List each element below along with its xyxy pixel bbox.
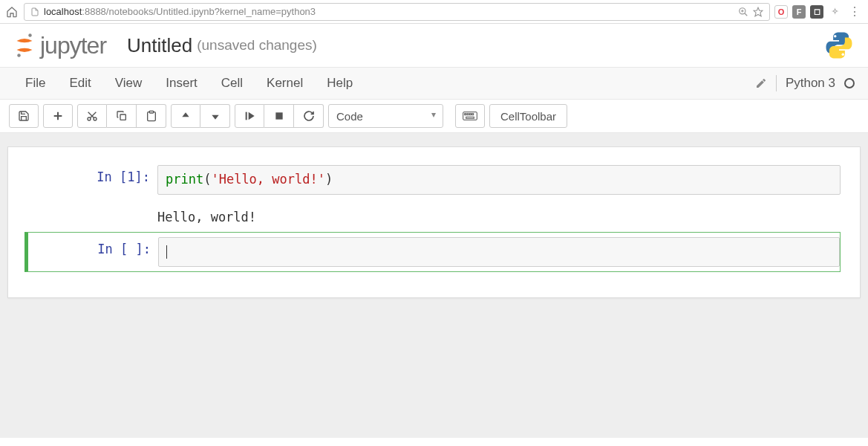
svg-line-1: [745, 13, 748, 16]
extension-f-icon[interactable]: F: [792, 5, 806, 19]
url-host: localhost: [44, 6, 82, 17]
svg-rect-15: [120, 114, 125, 120]
cell-prompt: In [1]:: [27, 165, 157, 195]
notebook-name[interactable]: Untitled: [127, 34, 192, 57]
command-palette-button[interactable]: [455, 104, 485, 128]
browser-address-bar: localhost:8888/notebooks/Untitled.ipynb?…: [0, 0, 868, 24]
svg-rect-21: [467, 114, 469, 115]
svg-point-5: [28, 33, 32, 37]
jupyter-logo[interactable]: jupyter: [13, 32, 106, 59]
svg-rect-20: [465, 114, 466, 115]
extension-square-icon[interactable]: ◻: [810, 5, 823, 19]
toolbar: Code CellToolbar: [0, 100, 868, 133]
svg-rect-23: [472, 114, 474, 115]
svg-point-7: [834, 35, 837, 38]
svg-rect-16: [149, 111, 153, 113]
menu-edit[interactable]: Edit: [57, 68, 102, 98]
page-icon: [30, 7, 39, 17]
zoom-icon[interactable]: [738, 7, 748, 17]
run-button[interactable]: [235, 104, 264, 128]
move-up-button[interactable]: [171, 104, 200, 128]
kernel-name[interactable]: Python 3: [786, 76, 835, 91]
svg-rect-22: [469, 114, 471, 115]
code-input[interactable]: print('Hello, world!'): [157, 165, 841, 195]
add-cell-button[interactable]: [43, 104, 73, 128]
code-input[interactable]: [158, 237, 840, 267]
url-path: :8888/notebooks/Untitled.ipynb?kernel_na…: [82, 6, 316, 17]
move-down-button[interactable]: [200, 104, 230, 128]
celltoolbar-button[interactable]: CellToolbar: [489, 104, 567, 128]
menu-insert[interactable]: Insert: [154, 68, 209, 98]
svg-rect-18: [275, 112, 282, 119]
url-actions: [738, 7, 763, 17]
text-cursor: [166, 245, 167, 259]
notebook-header: jupyter Untitled (unsaved changes): [0, 24, 868, 67]
cell-type-select[interactable]: Code: [328, 104, 443, 128]
divider: [776, 75, 777, 91]
copy-button[interactable]: [107, 104, 137, 128]
home-icon[interactable]: [4, 4, 19, 19]
browser-menu-icon[interactable]: ⋮: [846, 4, 864, 19]
extension-paw-icon[interactable]: ✧: [828, 5, 841, 19]
menu-kernel[interactable]: Kernel: [255, 68, 315, 98]
save-button[interactable]: [9, 104, 39, 128]
svg-point-6: [17, 54, 21, 57]
menu-help[interactable]: Help: [315, 68, 365, 98]
menu-cell[interactable]: Cell: [209, 68, 255, 98]
save-status: (unsaved changes): [197, 37, 317, 54]
python-logo-icon: [823, 30, 855, 61]
edit-pencil-icon[interactable]: [755, 77, 767, 89]
url-input[interactable]: localhost:8888/notebooks/Untitled.ipynb?…: [24, 3, 770, 21]
stop-button[interactable]: [264, 104, 294, 128]
paste-button[interactable]: [137, 104, 166, 128]
restart-button[interactable]: [294, 104, 324, 128]
extension-opera-icon[interactable]: O: [774, 5, 788, 19]
output-cell: Out Hello, world!: [27, 201, 841, 229]
cut-button[interactable]: [77, 104, 107, 128]
jupyter-logo-icon: [13, 32, 36, 59]
menu-file[interactable]: File: [13, 68, 57, 98]
notebook: In [1]: print('Hello, world!') Out Hello…: [7, 146, 861, 298]
extension-icons: O F ◻ ✧ ⋮: [774, 4, 864, 19]
svg-rect-17: [246, 112, 247, 120]
code-cell-active[interactable]: In [ ]:: [25, 232, 841, 272]
menu-view[interactable]: View: [103, 68, 154, 98]
svg-point-8: [842, 54, 845, 56]
code-cell[interactable]: In [1]: print('Hello, world!'): [27, 162, 841, 198]
svg-marker-4: [754, 7, 763, 16]
kernel-status-idle-icon: [844, 78, 855, 88]
notebook-container: In [1]: print('Hello, world!') Out Hello…: [0, 133, 868, 438]
cell-output: Hello, world!: [157, 204, 841, 226]
svg-rect-24: [466, 117, 474, 118]
cell-prompt: In [ ]:: [28, 237, 158, 267]
jupyter-logo-text: jupyter: [40, 32, 106, 59]
menubar: File Edit View Insert Cell Kernel Help P…: [0, 67, 868, 100]
bookmark-star-icon[interactable]: [753, 7, 763, 17]
